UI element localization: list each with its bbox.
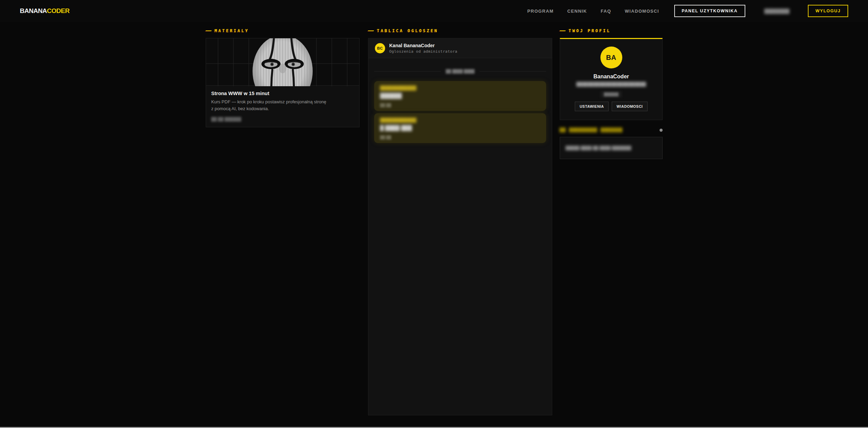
message-time-redacted: ██ ██ bbox=[380, 135, 540, 139]
message-text-redacted: ██████ bbox=[380, 93, 540, 99]
channel-subtitle: Ogloszenia od administratora bbox=[389, 49, 457, 54]
profile-card: BA BananaCoder ████████████████████████ … bbox=[560, 38, 663, 120]
nav-faq[interactable]: FAQ bbox=[601, 9, 611, 14]
message-text-redacted: █ ████ ███ bbox=[380, 125, 540, 131]
subsection-title-redacted: ██ █████████ ███████ bbox=[560, 128, 623, 132]
heading-dash-icon bbox=[368, 30, 374, 31]
divider-date-redacted: ██ ████ ████ bbox=[446, 69, 474, 73]
logo[interactable]: BANANACODER bbox=[20, 7, 69, 15]
logout-button[interactable]: WYLOGUJ bbox=[808, 5, 848, 17]
profile-buttons: USTAWIENIA WIADOMOSCI bbox=[565, 102, 657, 111]
material-date-redacted: ██ ██ ██████ bbox=[211, 117, 354, 121]
balaclava-image bbox=[206, 38, 359, 86]
message-sender-redacted: ████████████ bbox=[380, 118, 540, 122]
message-sender-redacted: ████████████ bbox=[380, 86, 540, 90]
heading-dash-icon bbox=[206, 30, 212, 31]
nav-cennik[interactable]: CENNIK bbox=[567, 9, 587, 14]
announcement-message: ████████████ █ ████ ███ ██ ██ bbox=[374, 113, 546, 143]
user-panel-button[interactable]: PANEL UZYTKOWNIKA bbox=[674, 5, 745, 17]
heading-dash-icon bbox=[560, 30, 566, 31]
status-dot-icon bbox=[660, 129, 663, 132]
messages-button[interactable]: WIADOMOSCI bbox=[612, 102, 648, 111]
channel-avatar: BC bbox=[375, 43, 385, 53]
profile-avatar: BA bbox=[600, 47, 622, 68]
subsection-text-redacted: █████ ████ ██ ████ ███████ bbox=[566, 146, 657, 150]
profile-email-redacted: ████████████████████████ bbox=[565, 82, 657, 87]
divider-line bbox=[479, 71, 546, 72]
top-nav: PROGRAM CENNIK FAQ WIADOMOSCI PANEL UZYT… bbox=[527, 5, 848, 17]
materials-column: MATERIALY bbox=[206, 28, 360, 127]
materials-heading-label: MATERIALY bbox=[215, 28, 249, 33]
material-card-body: Strona WWW w 15 minut Kurs PDF — krok po… bbox=[206, 86, 359, 127]
messages-area: ██ ████ ████ ████████████ ██████ ██ ██ █… bbox=[368, 58, 552, 143]
message-time-redacted: ██ ██ bbox=[380, 103, 540, 107]
profile-column: TWOJ PROFIL BA BananaCoder █████████████… bbox=[560, 28, 663, 159]
logo-part-yellow: CODER bbox=[47, 7, 69, 14]
profile-heading: TWOJ PROFIL bbox=[560, 28, 663, 33]
profile-role-badge-redacted: ██████ bbox=[600, 91, 622, 98]
channel-header: BC Kanal BananaCoder Ogloszenia od admin… bbox=[368, 38, 552, 58]
board-heading-label: TABLICA OGLOSZEN bbox=[377, 28, 438, 33]
logo-part-white: BANANA bbox=[20, 7, 47, 14]
announcement-message: ████████████ ██████ ██ ██ bbox=[374, 81, 546, 111]
profile-subsection-heading: ██ █████████ ███████ bbox=[560, 128, 663, 132]
username-redacted: ████████ bbox=[764, 9, 790, 14]
board-heading: TABLICA OGLOSZEN bbox=[368, 28, 552, 33]
channel-info: Kanal BananaCoder Ogloszenia od administ… bbox=[389, 43, 457, 54]
settings-button[interactable]: USTAWIENIA bbox=[575, 102, 609, 111]
board-column: TABLICA OGLOSZEN BC Kanal BananaCoder Og… bbox=[368, 28, 552, 415]
announcement-panel: BC Kanal BananaCoder Ogloszenia od admin… bbox=[368, 38, 552, 415]
nav-wiadomosci[interactable]: WIADOMOSCI bbox=[625, 9, 659, 14]
channel-name: Kanal BananaCoder bbox=[389, 43, 457, 48]
top-bar: BANANACODER PROGRAM CENNIK FAQ WIADOMOSC… bbox=[0, 0, 868, 22]
divider-line bbox=[374, 71, 441, 72]
material-title: Strona WWW w 15 minut bbox=[211, 91, 354, 96]
material-description: Kurs PDF — krok po kroku postawisz profe… bbox=[211, 99, 327, 112]
material-card-image bbox=[206, 38, 359, 86]
material-card[interactable]: Strona WWW w 15 minut Kurs PDF — krok po… bbox=[206, 38, 360, 127]
date-divider: ██ ████ ████ bbox=[374, 69, 546, 73]
materials-heading: MATERIALY bbox=[206, 28, 360, 33]
profile-heading-label: TWOJ PROFIL bbox=[569, 28, 611, 33]
nav-program[interactable]: PROGRAM bbox=[527, 9, 554, 14]
profile-name: BananaCoder bbox=[565, 74, 657, 80]
profile-subsection-card: █████ ████ ██ ████ ███████ bbox=[560, 137, 663, 159]
